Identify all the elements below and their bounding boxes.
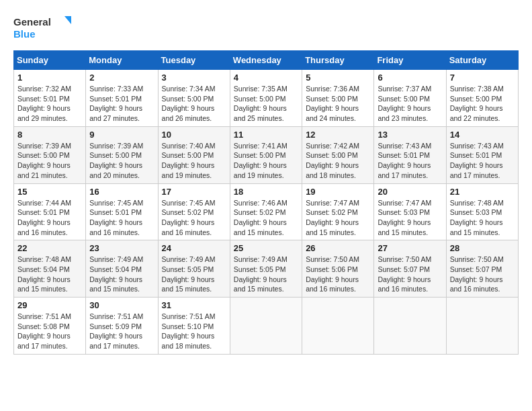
day-number: 26 (306, 243, 370, 253)
day-number: 27 (378, 243, 442, 253)
day-number: 11 (234, 130, 298, 140)
calendar-week-row: 29 Sunrise: 7:51 AMSunset: 5:08 PMDaylig… (14, 298, 519, 355)
day-number: 5 (306, 73, 370, 83)
calendar-week-row: 15 Sunrise: 7:44 AMSunset: 5:01 PMDaylig… (14, 183, 519, 240)
day-info: Sunrise: 7:33 AMSunset: 5:01 PMDaylight:… (89, 85, 143, 122)
day-info: Sunrise: 7:38 AMSunset: 5:00 PMDaylight:… (450, 85, 504, 122)
day-number: 1 (17, 73, 82, 83)
svg-text:Blue: Blue (13, 28, 36, 40)
day-number: 2 (89, 73, 154, 83)
day-number: 8 (17, 130, 82, 140)
day-info: Sunrise: 7:50 AMSunset: 5:06 PMDaylight:… (306, 255, 359, 293)
day-number: 4 (234, 73, 298, 83)
day-info: Sunrise: 7:47 AMSunset: 5:02 PMDaylight:… (306, 199, 359, 236)
calendar-day-cell: 5 Sunrise: 7:36 AMSunset: 5:00 PMDayligh… (302, 70, 374, 127)
calendar-day-cell: 31 Sunrise: 7:51 AMSunset: 5:10 PMDaylig… (158, 298, 230, 355)
day-info: Sunrise: 7:39 AMSunset: 5:00 PMDaylight:… (17, 142, 71, 179)
calendar-day-cell: 30 Sunrise: 7:51 AMSunset: 5:09 PMDaylig… (86, 298, 158, 355)
day-number: 29 (17, 300, 82, 310)
day-info: Sunrise: 7:34 AMSunset: 5:00 PMDaylight:… (162, 85, 216, 122)
empty-cell (302, 298, 374, 355)
day-of-week-header: Sunday (14, 51, 86, 70)
day-number: 16 (89, 187, 154, 197)
day-info: Sunrise: 7:49 AMSunset: 5:05 PMDaylight:… (234, 255, 287, 293)
day-info: Sunrise: 7:39 AMSunset: 5:00 PMDaylight:… (89, 142, 143, 179)
calendar-week-row: 22 Sunrise: 7:48 AMSunset: 5:04 PMDaylig… (14, 240, 519, 298)
calendar-day-cell: 29 Sunrise: 7:51 AMSunset: 5:08 PMDaylig… (14, 298, 86, 355)
calendar-day-cell: 14 Sunrise: 7:43 AMSunset: 5:01 PMDaylig… (446, 126, 518, 183)
calendar-day-cell: 19 Sunrise: 7:47 AMSunset: 5:02 PMDaylig… (302, 183, 374, 240)
day-info: Sunrise: 7:51 AMSunset: 5:09 PMDaylight:… (89, 312, 143, 350)
calendar-day-cell: 1 Sunrise: 7:32 AMSunset: 5:01 PMDayligh… (14, 70, 86, 127)
calendar-day-cell: 8 Sunrise: 7:39 AMSunset: 5:00 PMDayligh… (14, 126, 86, 183)
calendar-day-cell: 18 Sunrise: 7:46 AMSunset: 5:02 PMDaylig… (230, 183, 302, 240)
day-info: Sunrise: 7:43 AMSunset: 5:01 PMDaylight:… (450, 142, 504, 179)
day-number: 25 (234, 243, 298, 253)
calendar-day-cell: 7 Sunrise: 7:38 AMSunset: 5:00 PMDayligh… (446, 70, 518, 127)
svg-text:General: General (13, 16, 51, 28)
calendar-week-row: 8 Sunrise: 7:39 AMSunset: 5:00 PMDayligh… (14, 126, 519, 183)
day-number: 31 (162, 300, 226, 310)
calendar-day-cell: 9 Sunrise: 7:39 AMSunset: 5:00 PMDayligh… (86, 126, 158, 183)
day-number: 21 (450, 187, 515, 197)
day-info: Sunrise: 7:35 AMSunset: 5:00 PMDaylight:… (234, 85, 287, 122)
day-info: Sunrise: 7:32 AMSunset: 5:01 PMDaylight:… (17, 85, 71, 122)
calendar-header-row: SundayMondayTuesdayWednesdayThursdayFrid… (14, 51, 519, 70)
day-info: Sunrise: 7:42 AMSunset: 5:00 PMDaylight:… (306, 142, 359, 179)
day-number: 22 (17, 243, 82, 253)
calendar-day-cell: 15 Sunrise: 7:44 AMSunset: 5:01 PMDaylig… (14, 183, 86, 240)
calendar-day-cell: 10 Sunrise: 7:40 AMSunset: 5:00 PMDaylig… (158, 126, 230, 183)
calendar-day-cell: 24 Sunrise: 7:49 AMSunset: 5:05 PMDaylig… (158, 240, 230, 298)
day-of-week-header: Tuesday (158, 51, 230, 70)
day-info: Sunrise: 7:37 AMSunset: 5:00 PMDaylight:… (378, 85, 431, 122)
empty-cell (230, 298, 302, 355)
day-number: 9 (89, 130, 154, 140)
day-info: Sunrise: 7:45 AMSunset: 5:01 PMDaylight:… (89, 199, 143, 236)
day-info: Sunrise: 7:48 AMSunset: 5:03 PMDaylight:… (450, 199, 504, 236)
calendar-day-cell: 28 Sunrise: 7:50 AMSunset: 5:07 PMDaylig… (446, 240, 518, 298)
day-info: Sunrise: 7:36 AMSunset: 5:00 PMDaylight:… (306, 85, 359, 122)
calendar-day-cell: 22 Sunrise: 7:48 AMSunset: 5:04 PMDaylig… (14, 240, 86, 298)
day-info: Sunrise: 7:46 AMSunset: 5:02 PMDaylight:… (234, 199, 287, 236)
day-number: 18 (234, 187, 298, 197)
day-of-week-header: Monday (86, 51, 158, 70)
day-info: Sunrise: 7:43 AMSunset: 5:01 PMDaylight:… (378, 142, 431, 179)
day-number: 13 (378, 130, 442, 140)
day-number: 28 (450, 243, 515, 253)
day-number: 23 (89, 243, 154, 253)
calendar-table: SundayMondayTuesdayWednesdayThursdayFrid… (13, 50, 519, 355)
day-number: 15 (17, 187, 82, 197)
calendar-day-cell: 6 Sunrise: 7:37 AMSunset: 5:00 PMDayligh… (374, 70, 446, 127)
day-info: Sunrise: 7:50 AMSunset: 5:07 PMDaylight:… (378, 255, 431, 293)
day-info: Sunrise: 7:50 AMSunset: 5:07 PMDaylight:… (450, 255, 504, 293)
day-number: 12 (306, 130, 370, 140)
calendar-week-row: 1 Sunrise: 7:32 AMSunset: 5:01 PMDayligh… (14, 70, 519, 127)
day-info: Sunrise: 7:51 AMSunset: 5:08 PMDaylight:… (17, 312, 71, 350)
empty-cell (446, 298, 518, 355)
day-info: Sunrise: 7:44 AMSunset: 5:01 PMDaylight:… (17, 199, 71, 236)
day-info: Sunrise: 7:48 AMSunset: 5:04 PMDaylight:… (17, 255, 71, 293)
calendar-day-cell: 25 Sunrise: 7:49 AMSunset: 5:05 PMDaylig… (230, 240, 302, 298)
calendar-day-cell: 23 Sunrise: 7:49 AMSunset: 5:04 PMDaylig… (86, 240, 158, 298)
day-of-week-header: Friday (374, 51, 446, 70)
calendar-day-cell: 20 Sunrise: 7:47 AMSunset: 5:03 PMDaylig… (374, 183, 446, 240)
calendar-day-cell: 13 Sunrise: 7:43 AMSunset: 5:01 PMDaylig… (374, 126, 446, 183)
logo: General Blue (13, 13, 74, 44)
day-info: Sunrise: 7:49 AMSunset: 5:05 PMDaylight:… (162, 255, 216, 293)
day-number: 3 (162, 73, 226, 83)
day-number: 20 (378, 187, 442, 197)
day-of-week-header: Wednesday (230, 51, 302, 70)
calendar-day-cell: 26 Sunrise: 7:50 AMSunset: 5:06 PMDaylig… (302, 240, 374, 298)
day-number: 30 (89, 300, 154, 310)
calendar-day-cell: 4 Sunrise: 7:35 AMSunset: 5:00 PMDayligh… (230, 70, 302, 127)
calendar-day-cell: 12 Sunrise: 7:42 AMSunset: 5:00 PMDaylig… (302, 126, 374, 183)
calendar-day-cell: 11 Sunrise: 7:41 AMSunset: 5:00 PMDaylig… (230, 126, 302, 183)
day-number: 7 (450, 73, 515, 83)
page-header: General Blue (13, 13, 519, 44)
day-number: 24 (162, 243, 226, 253)
day-info: Sunrise: 7:45 AMSunset: 5:02 PMDaylight:… (162, 199, 216, 236)
calendar-day-cell: 27 Sunrise: 7:50 AMSunset: 5:07 PMDaylig… (374, 240, 446, 298)
day-info: Sunrise: 7:41 AMSunset: 5:00 PMDaylight:… (234, 142, 287, 179)
calendar-day-cell: 16 Sunrise: 7:45 AMSunset: 5:01 PMDaylig… (86, 183, 158, 240)
calendar-day-cell: 21 Sunrise: 7:48 AMSunset: 5:03 PMDaylig… (446, 183, 518, 240)
